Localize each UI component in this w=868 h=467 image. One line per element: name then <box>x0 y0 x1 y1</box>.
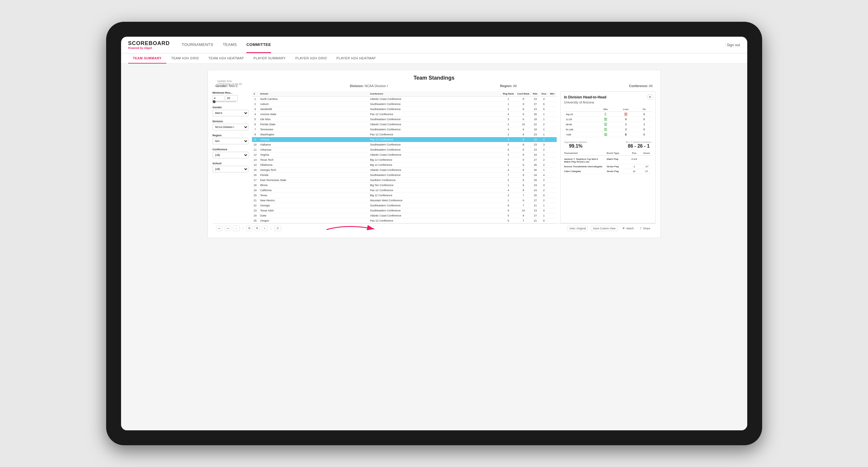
filter-gender-select[interactable]: Men's <box>213 110 248 116</box>
toolbar-undo-btn[interactable]: ↩ <box>216 226 223 231</box>
subnav-team-summary[interactable]: TEAM SUMMARY <box>128 53 167 64</box>
toolbar-redo-btn[interactable]: ↪ <box>224 226 231 231</box>
table-row[interactable]: 23 Texas A&M Southeastern Conference 9 1… <box>252 208 557 213</box>
table-row[interactable]: 15 Georgia Tech Atlantic Coast Conferenc… <box>252 167 557 173</box>
h2h-cell-tie: 0 <box>637 132 652 137</box>
h2h-cell-win: 25 <box>596 122 615 127</box>
cell-rds: 23 <box>531 107 539 112</box>
table-row[interactable]: 7 Tennessee Southeastern Conference 4 6 … <box>252 127 557 132</box>
toolbar-copy-btn[interactable]: ⧉ <box>246 225 252 231</box>
filter-region-select[interactable]: N/A <box>213 138 248 144</box>
table-row[interactable]: 6 Florida State Atlantic Coast Conferenc… <box>252 122 557 127</box>
logo-title: SCOREBOARD <box>128 40 170 46</box>
toolbar-save-custom-btn[interactable]: Save Custom View <box>591 226 618 231</box>
cell-rds: 27 <box>531 198 539 203</box>
table-row[interactable]: 3 Vanderbilt Southeastern Conference 2 8… <box>252 107 557 112</box>
table-row[interactable]: 11 Arkansas Southeastern Conference 6 8 … <box>252 147 557 152</box>
division-meta: Division: NCAA Division I <box>350 84 388 88</box>
toolbar-view-original-btn[interactable]: View: Original <box>567 226 588 231</box>
cell-conf-rank: 8 <box>516 107 531 112</box>
table-row[interactable]: 5 Ole Miss Southeastern Conference 3 6 1… <box>252 117 557 122</box>
table-row[interactable]: 4 Arizona State Pac-12 Conference 4 9 26… <box>252 112 557 117</box>
cell-school: Illinois <box>258 183 368 188</box>
table-row[interactable]: 12 Virginia Atlantic Coast Conference 3 … <box>252 152 557 157</box>
cell-tour: 1 <box>539 127 548 132</box>
table-row[interactable]: 19 California Pac-12 Conference 4 8 24 2 <box>252 188 557 193</box>
cell-school: North Carolina <box>258 97 368 102</box>
tourn-cell-score: -17 <box>642 165 652 168</box>
table-row[interactable]: 17 East Tennessee State Southern Confere… <box>252 178 557 183</box>
h2h-cell-win: 27 <box>596 132 615 137</box>
table-row[interactable]: 8 Washington Pac-12 Conference 2 8 23 1 <box>252 132 557 137</box>
table-row[interactable]: 2 Auburn Southeastern Conference 1 9 27 … <box>252 102 557 107</box>
cell-rank: 17 <box>252 178 258 183</box>
table-row[interactable]: 10 Alabama Southeastern Conference 5 8 2… <box>252 142 557 147</box>
cell-conf-rank: 9 <box>516 97 531 102</box>
min-rounds-slider[interactable] <box>213 101 237 102</box>
subnav-team-h2h-grid[interactable]: TEAM H2H GRID <box>166 53 204 64</box>
nav-tournaments[interactable]: TOURNAMENTS <box>182 37 214 53</box>
opponents-value: 99.1% <box>564 144 588 149</box>
toolbar-watch-btn[interactable]: 👁 Watch <box>621 226 636 231</box>
h2h-tournaments-header: Tournament Event Type Pos Score <box>564 152 652 156</box>
cell-rds: 29 <box>531 178 539 183</box>
cell-reg-rank: 1 <box>501 198 516 203</box>
cell-school: Texas Tech <box>258 157 368 162</box>
toolbar-forward-btn[interactable]: → <box>233 226 240 231</box>
cell-tour: 2 <box>539 122 548 127</box>
toolbar-expand-btn[interactable]: + <box>262 226 268 231</box>
h2h-close-button[interactable]: ✕ <box>647 94 653 100</box>
nav-committee[interactable]: COMMITTEE <box>246 37 271 53</box>
panel-title: Team Standings <box>213 75 656 81</box>
cell-rank: 16 <box>252 173 258 178</box>
cell-school: Virginia <box>258 152 368 157</box>
table-row[interactable]: 25 Oregon Pac-12 Conference 5 7 21 0 <box>252 218 557 223</box>
h2h-cell-tie: 0 <box>637 112 652 117</box>
toolbar-paste-btn[interactable]: ⧉ <box>254 225 260 231</box>
cell-school: Tennessee <box>258 127 368 132</box>
cell-school: Auburn <box>258 102 368 107</box>
cell-reg-rank: 2 <box>501 107 516 112</box>
filter-school-select[interactable]: (All) <box>213 166 248 173</box>
table-row[interactable]: 14 Oklahoma Big 12 Conference 2 9 26 2 <box>252 162 557 167</box>
toolbar-share-btn[interactable]: ⤴ Share <box>639 226 652 231</box>
tournament-row: Cabo Collegiate Stroke Play 11 17 <box>564 169 652 174</box>
table-row[interactable]: 18 Illinois Big Ten Conference 1 9 23 3 <box>252 183 557 188</box>
table-row[interactable]: 22 Georgia Southeastern Conference 8 7 2… <box>252 203 557 208</box>
table-row[interactable]: 24 Duke Atlantic Coast Conference 5 9 27… <box>252 213 557 218</box>
cell-rds: 20 <box>531 193 539 198</box>
table-row[interactable]: 1 North Carolina Atlantic Coast Conferen… <box>252 97 557 102</box>
table-row[interactable]: 13 Texas Tech Big 12 Conference 1 9 27 2 <box>252 157 557 162</box>
toolbar-time-btn[interactable]: ⏱ <box>274 226 281 231</box>
cell-win <box>548 97 557 102</box>
filter-region: Region N/A <box>213 134 248 144</box>
cell-tour: 1 <box>539 117 548 122</box>
tourn-cell-type: Stroke Play <box>607 170 627 173</box>
filter-rounds-to-input[interactable] <box>226 95 238 101</box>
subnav-team-h2h-heatmap[interactable]: TEAM H2H HEATMAP <box>204 53 249 64</box>
cell-reg-rank: 6 <box>501 147 516 152</box>
h2h-cell-win: 3 <box>596 112 615 117</box>
cell-rank: 25 <box>252 218 258 223</box>
cell-conference: Mountain West Conference <box>368 198 501 203</box>
h2h-cell-win: 11 <box>596 117 615 122</box>
tourn-cell-name: Arizona Thunderbirds Intercollegiate <box>564 165 604 168</box>
filter-division-select[interactable]: NCAA Division I <box>213 124 248 130</box>
cell-school: Georgia <box>258 203 368 208</box>
cell-school: Duke <box>258 213 368 218</box>
cell-conference: Big 12 Conference <box>368 193 501 198</box>
table-row[interactable]: 16 Florida Southeastern Conference 7 9 2… <box>252 173 557 178</box>
subnav-player-h2h-grid[interactable]: PLAYER H2H GRID <box>291 53 332 64</box>
table-row[interactable]: 20 Texas Big 12 Conference 3 7 20 0 <box>252 193 557 198</box>
panel-header: Team Standings <box>213 75 656 81</box>
cell-conf-rank: 10 <box>516 208 531 213</box>
filter-conference-select[interactable]: (All) <box>213 152 248 158</box>
filter-school-label: School <box>213 162 248 165</box>
table-row[interactable]: 21 New Mexico Mountain West Conference 1… <box>252 198 557 203</box>
subnav-player-h2h-heatmap[interactable]: PLAYER H2H HEATMAP <box>332 53 380 64</box>
nav-teams[interactable]: TEAMS <box>223 37 237 53</box>
subnav-player-summary[interactable]: PLAYER SUMMARY <box>249 53 291 64</box>
table-row[interactable]: 9 Arizona Pac-12 Conference 3 8 23 2 <box>252 137 557 142</box>
sign-out-link[interactable]: Sign out <box>725 43 740 47</box>
cell-win <box>548 122 557 127</box>
